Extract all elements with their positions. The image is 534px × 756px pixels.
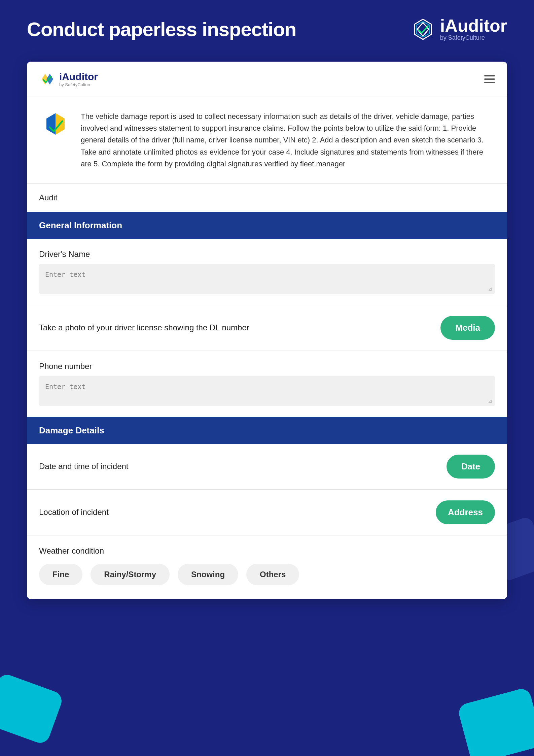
app-logo: iAuditor by SafetyCulture (39, 71, 98, 87)
header-logo-icon (411, 18, 435, 41)
section-header-general: General Information (27, 212, 507, 239)
audit-label: Audit (39, 193, 58, 202)
page-title: Conduct paperless inspection (27, 18, 296, 40)
weather-option-rainy[interactable]: Rainy/Stormy (91, 564, 170, 585)
deco-shape-right (457, 687, 534, 756)
form-row-weather: Weather condition Fine Rainy/Stormy Snow… (27, 535, 507, 599)
app-header: iAuditor by SafetyCulture (27, 62, 507, 97)
svg-marker-4 (46, 74, 53, 85)
form-row-dl-photo: Take a photo of your driver license show… (27, 305, 507, 351)
phone-input-wrapper: ⊿ (39, 376, 495, 406)
app-logo-icon (39, 71, 55, 87)
phone-input[interactable] (39, 376, 495, 406)
dl-photo-label: Take a photo of your driver license show… (39, 323, 249, 332)
date-button[interactable]: Date (447, 455, 495, 479)
audit-row: Audit (27, 184, 507, 212)
app-logo-text: iAuditor by SafetyCulture (59, 71, 98, 87)
resize-icon-2: ⊿ (488, 398, 492, 404)
address-button[interactable]: Address (436, 500, 495, 524)
resize-icon: ⊿ (488, 286, 492, 292)
section-title-damage: Damage Details (39, 425, 104, 435)
section-title-general: General Information (39, 220, 122, 230)
datetime-label: Date and time of incident (39, 462, 129, 471)
weather-option-snowing[interactable]: Snowing (178, 564, 238, 585)
weather-options: Fine Rainy/Stormy Snowing Others (39, 564, 495, 585)
drivers-name-input-wrapper: ⊿ (39, 264, 495, 294)
section-header-damage: Damage Details (27, 417, 507, 444)
form-row-location: Location of incident Address (27, 490, 507, 535)
form-row-drivers-name: Driver's Name ⊿ (27, 239, 507, 305)
description-logo-icon (40, 110, 71, 141)
hamburger-menu-button[interactable] (484, 75, 495, 83)
hamburger-line-1 (484, 75, 495, 76)
drivers-name-input[interactable] (39, 264, 495, 294)
location-label: Location of incident (39, 507, 109, 517)
app-logo-sub: by SafetyCulture (59, 82, 98, 87)
weather-option-others[interactable]: Others (246, 564, 299, 585)
description-text: The vehicle damage report is used to col… (81, 110, 494, 170)
hamburger-line-2 (484, 78, 495, 80)
main-card: iAuditor by SafetyCulture The vehicle da… (27, 62, 507, 599)
header-logo-text: iAuditor by SafetyCulture (440, 17, 507, 41)
weather-label: Weather condition (39, 546, 495, 556)
header-logo-name: iAuditor (440, 17, 507, 34)
weather-option-fine[interactable]: Fine (39, 564, 82, 585)
hamburger-line-3 (484, 82, 495, 83)
description-section: The vehicle damage report is used to col… (27, 97, 507, 184)
phone-label: Phone number (39, 362, 495, 371)
svg-marker-2 (417, 23, 429, 36)
page-header: Conduct paperless inspection iAuditor by… (0, 0, 534, 62)
header-logo: iAuditor by SafetyCulture (411, 17, 507, 41)
svg-marker-1 (416, 22, 430, 37)
header-logo-sub: by SafetyCulture (440, 34, 507, 41)
drivers-name-label: Driver's Name (39, 250, 495, 259)
app-logo-name: iAuditor (59, 71, 98, 82)
media-button[interactable]: Media (440, 316, 495, 340)
form-row-datetime: Date and time of incident Date (27, 444, 507, 490)
deco-shape-left (0, 672, 64, 746)
form-row-phone: Phone number ⊿ (27, 351, 507, 417)
